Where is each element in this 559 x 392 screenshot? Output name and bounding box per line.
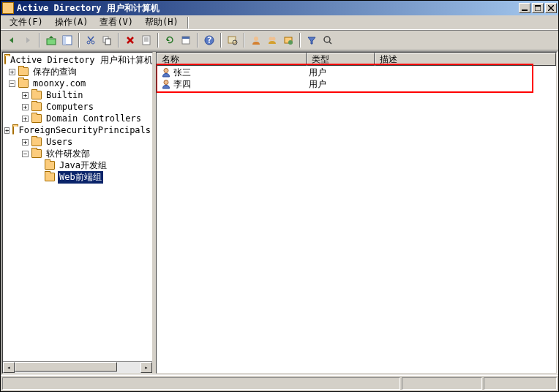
export-button[interactable] xyxy=(178,32,194,48)
horizontal-scrollbar[interactable]: ◂ ▸ xyxy=(3,361,152,373)
scissors-icon xyxy=(86,35,96,45)
titlebar: Active Directory 用户和计算机 xyxy=(1,1,558,15)
help-button[interactable]: ? xyxy=(201,32,217,48)
folder-icon xyxy=(31,149,42,158)
user-icon xyxy=(251,35,261,45)
column-desc[interactable]: 描述 xyxy=(375,53,556,66)
tree-label: Computers xyxy=(45,102,95,112)
tree-builtin[interactable]: + Builtin xyxy=(4,89,151,101)
menu-action[interactable]: 操作(A) xyxy=(49,15,94,30)
expand-toggle[interactable]: + xyxy=(22,92,29,99)
column-type[interactable]: 类型 xyxy=(307,53,375,66)
statusbar xyxy=(1,375,558,391)
tree-label: moonxy.com xyxy=(31,78,87,88)
copy-button[interactable] xyxy=(99,32,115,48)
tree-root[interactable]: Active Directory 用户和计算机 xyxy=(4,54,151,66)
tree-domain[interactable]: − moonxy.com xyxy=(4,78,151,89)
ou-icon xyxy=(283,35,293,45)
tree-dept[interactable]: − 软件研发部 xyxy=(4,148,151,159)
folder-icon xyxy=(45,173,55,181)
minimize-button[interactable] xyxy=(519,3,530,13)
refresh-icon xyxy=(165,35,175,45)
tree-label: Java开发组 xyxy=(58,159,108,172)
tree-saved-queries[interactable]: + 保存的查询 xyxy=(4,66,151,78)
arrow-right-icon xyxy=(23,35,33,45)
folder-up-icon xyxy=(46,35,56,45)
delete-button[interactable] xyxy=(122,32,138,48)
expand-toggle[interactable]: + xyxy=(22,104,29,110)
show-hide-tree-button[interactable] xyxy=(59,32,75,48)
tree-java-group[interactable]: Java开发组 xyxy=(4,159,151,171)
scroll-left-button[interactable]: ◂ xyxy=(3,362,15,373)
tree-label: Users xyxy=(45,137,74,147)
list-row[interactable]: 张三 用户 xyxy=(157,67,555,78)
list-row[interactable]: 李四 用户 xyxy=(157,78,555,90)
tree-label: ForeignSecurityPrincipals xyxy=(17,125,152,135)
tree-users[interactable]: + Users xyxy=(4,136,151,148)
new-ou-button[interactable] xyxy=(280,32,296,48)
expand-toggle[interactable]: + xyxy=(22,116,29,122)
collapse-toggle[interactable]: − xyxy=(22,151,29,157)
group-icon xyxy=(267,35,277,45)
arrow-left-icon xyxy=(7,35,17,45)
collapse-toggle[interactable]: − xyxy=(9,80,15,87)
scroll-right-button[interactable]: ▸ xyxy=(140,362,152,373)
toolbar-separator xyxy=(220,33,222,48)
menubar: 文件(F) 操作(A) 查看(V) 帮助(H) xyxy=(1,15,558,30)
column-name[interactable]: 名称 xyxy=(157,53,307,66)
refresh-button[interactable] xyxy=(162,32,178,48)
close-icon xyxy=(548,5,554,11)
tree-web-group[interactable]: Web前端组 xyxy=(4,171,151,183)
up-button[interactable] xyxy=(43,32,59,48)
expand-toggle[interactable]: + xyxy=(4,127,10,134)
content-area: Active Directory 用户和计算机 + 保存的查询 − moonxy… xyxy=(1,51,558,374)
svg-rect-19 xyxy=(182,37,190,39)
tree-domain-controllers[interactable]: + Domain Controllers xyxy=(4,113,151,124)
tree-fsp[interactable]: + ForeignSecurityPrincipals xyxy=(4,124,151,136)
new-user-button[interactable] xyxy=(248,32,264,48)
scroll-thumb[interactable] xyxy=(15,362,117,372)
filter-button[interactable] xyxy=(304,32,320,48)
svg-rect-7 xyxy=(63,36,66,45)
svg-rect-2 xyxy=(535,5,541,7)
folder-icon xyxy=(45,161,55,170)
expand-toggle[interactable]: + xyxy=(22,139,29,146)
tree-body[interactable]: Active Directory 用户和计算机 + 保存的查询 − moonxy… xyxy=(3,53,152,361)
svg-rect-0 xyxy=(522,10,528,11)
maximize-button[interactable] xyxy=(532,3,544,13)
svg-point-28 xyxy=(288,40,293,45)
toolbar-separator xyxy=(78,33,80,48)
folder-icon xyxy=(18,79,29,88)
list-body[interactable]: 张三 用户 李四 用户 xyxy=(157,66,556,373)
expand-toggle[interactable]: + xyxy=(9,69,15,75)
tree-computers[interactable]: + Computers xyxy=(4,101,151,113)
forward-button[interactable] xyxy=(20,32,36,48)
new-group-button[interactable] xyxy=(264,32,280,48)
properties-icon xyxy=(141,35,151,45)
folder-icon xyxy=(18,67,29,76)
tree-label: Domain Controllers xyxy=(45,113,143,124)
menu-help[interactable]: 帮助(H) xyxy=(139,15,184,30)
menu-file[interactable]: 文件(F) xyxy=(4,15,49,30)
find-button[interactable] xyxy=(225,32,241,48)
toolbar-separator xyxy=(157,33,159,48)
cut-button[interactable] xyxy=(83,32,99,48)
search-button[interactable] xyxy=(320,32,336,48)
window-title: Active Directory 用户和计算机 xyxy=(17,2,517,15)
folder-icon xyxy=(31,114,42,123)
scroll-track[interactable] xyxy=(15,362,140,373)
svg-line-30 xyxy=(329,42,331,44)
close-button[interactable] xyxy=(545,3,557,13)
cell-name: 张三 xyxy=(173,67,191,79)
tree-label-selected: Web前端组 xyxy=(58,171,103,184)
cell-type: 用户 xyxy=(307,67,375,79)
search-icon xyxy=(323,35,333,45)
menu-view[interactable]: 查看(V) xyxy=(94,15,139,30)
maximize-icon xyxy=(535,5,541,11)
minimize-icon xyxy=(522,5,528,11)
back-button[interactable] xyxy=(4,32,20,48)
user-icon xyxy=(161,79,171,89)
menu-separator xyxy=(187,17,189,29)
properties-button[interactable] xyxy=(138,32,154,48)
svg-rect-11 xyxy=(105,39,110,45)
